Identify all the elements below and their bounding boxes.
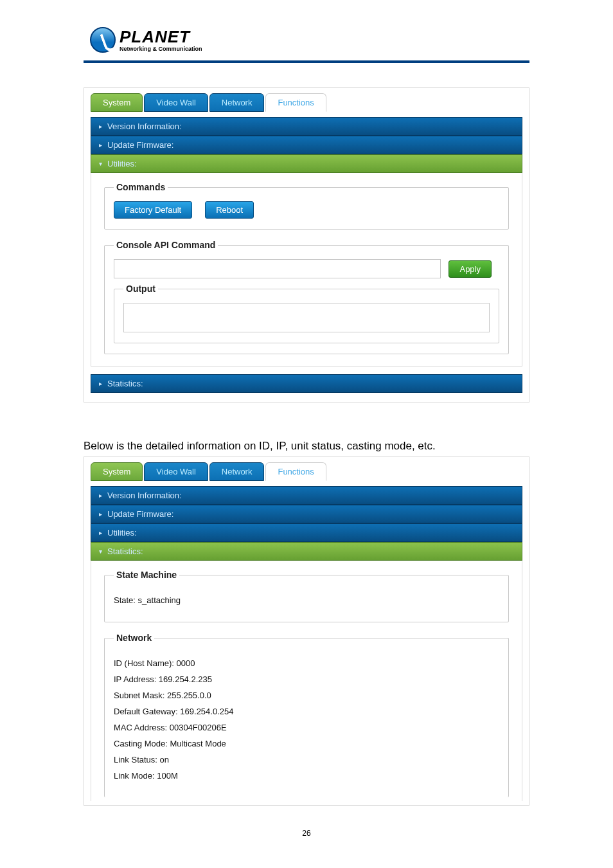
- network-group: Network ID (Host Name): 0000 IP Address:…: [104, 633, 509, 797]
- chevron-right-icon: ▸: [99, 511, 102, 518]
- statistics-panel: State Machine State: s_attaching Network…: [91, 561, 522, 801]
- tab-network[interactable]: Network: [209, 93, 265, 112]
- link-mode: Link Mode: 100M: [114, 771, 499, 781]
- chevron-down-icon: ▾: [99, 160, 102, 167]
- screenshot-utilities: System Video Wall Network Functions ▸ Ve…: [84, 87, 529, 402]
- console-api-group: Console API Command Apply Output: [104, 240, 509, 354]
- mac-address: MAC Address: 00304F00206E: [114, 723, 499, 732]
- acc-label: Statistics:: [107, 379, 143, 388]
- casting-mode: Casting Mode: Multicast Mode: [114, 739, 499, 748]
- ip-address: IP Address: 169.254.2.235: [114, 674, 499, 684]
- acc-statistics[interactable]: ▾ Statistics:: [91, 542, 522, 561]
- factory-default-button[interactable]: Factory Default: [114, 201, 192, 219]
- tab-functions[interactable]: Functions: [265, 462, 326, 481]
- output-group: Output: [114, 284, 499, 343]
- network-legend: Network: [114, 633, 154, 643]
- utilities-panel: Commands Factory Default Reboot Console …: [91, 173, 522, 366]
- brand-tagline: Networking & Communication: [120, 46, 202, 52]
- state-machine-group: State Machine State: s_attaching: [104, 570, 509, 622]
- acc-utilities[interactable]: ▸ Utilities:: [91, 523, 522, 542]
- output-area: [123, 303, 490, 332]
- acc-label: Version Information:: [107, 491, 182, 500]
- tab-system[interactable]: System: [91, 462, 143, 481]
- acc-label: Statistics:: [107, 547, 143, 556]
- id-host-name: ID (Host Name): 0000: [114, 658, 499, 668]
- acc-label: Utilities:: [107, 528, 137, 538]
- chevron-down-icon: ▾: [99, 548, 102, 555]
- acc-label: Version Information:: [107, 122, 182, 131]
- default-gateway: Default Gateway: 169.254.0.254: [114, 707, 499, 716]
- acc-utilities[interactable]: ▾ Utilities:: [91, 154, 522, 173]
- reboot-button[interactable]: Reboot: [205, 201, 254, 219]
- brand-name: PLANET: [120, 28, 202, 45]
- tab-functions[interactable]: Functions: [265, 93, 326, 112]
- link-status: Link Status: on: [114, 755, 499, 764]
- acc-label: Update Firmware:: [107, 509, 173, 519]
- apply-button[interactable]: Apply: [449, 260, 492, 278]
- planet-globe-icon: [90, 27, 116, 53]
- tab-video-wall[interactable]: Video Wall: [144, 93, 208, 112]
- acc-update-firmware[interactable]: ▸ Update Firmware:: [91, 136, 522, 154]
- document-header: PLANET Networking & Communication: [0, 0, 613, 57]
- caption-text: Below is the detailed information on ID,…: [84, 440, 529, 453]
- tab-network[interactable]: Network: [209, 462, 265, 481]
- subnet-mask: Subnet Mask: 255.255.0.0: [114, 691, 499, 700]
- state-value: State: s_attaching: [114, 595, 499, 605]
- tab-video-wall[interactable]: Video Wall: [144, 462, 208, 481]
- main-tabs: System Video Wall Network Functions: [91, 462, 522, 481]
- chevron-right-icon: ▸: [99, 492, 102, 499]
- output-legend: Output: [123, 284, 158, 294]
- chevron-right-icon: ▸: [99, 123, 102, 130]
- acc-version-information[interactable]: ▸ Version Information:: [91, 486, 522, 505]
- acc-statistics[interactable]: ▸ Statistics:: [91, 374, 522, 393]
- acc-version-information[interactable]: ▸ Version Information:: [91, 117, 522, 136]
- main-tabs: System Video Wall Network Functions: [91, 93, 522, 112]
- acc-label: Utilities:: [107, 159, 137, 168]
- state-machine-legend: State Machine: [114, 570, 179, 580]
- brand-logo: PLANET Networking & Communication: [90, 27, 613, 53]
- console-api-legend: Console API Command: [114, 240, 218, 250]
- tab-system[interactable]: System: [91, 93, 143, 112]
- commands-legend: Commands: [114, 182, 168, 192]
- chevron-right-icon: ▸: [99, 141, 102, 149]
- acc-label: Update Firmware:: [107, 140, 173, 150]
- chevron-right-icon: ▸: [99, 529, 102, 536]
- header-divider: [84, 60, 529, 63]
- page-number: 26: [0, 829, 613, 851]
- console-api-input[interactable]: [114, 259, 441, 278]
- acc-update-firmware[interactable]: ▸ Update Firmware:: [91, 505, 522, 523]
- screenshot-statistics: System Video Wall Network Functions ▸ Ve…: [84, 457, 529, 806]
- chevron-right-icon: ▸: [99, 380, 102, 387]
- commands-group: Commands Factory Default Reboot: [104, 182, 509, 230]
